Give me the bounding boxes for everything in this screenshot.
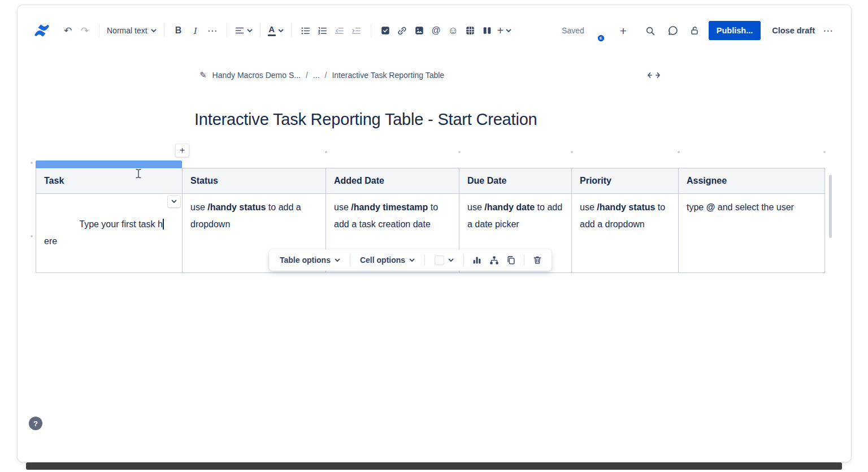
cell-options-chevron-button[interactable] bbox=[168, 196, 180, 207]
unlock-icon bbox=[689, 25, 700, 36]
breadcrumb: ✎ Handy Macros Demo S... / ... / Interac… bbox=[199, 70, 444, 80]
cell-color-dropdown[interactable] bbox=[429, 252, 459, 269]
cell-priority[interactable]: use /handy status to add a dropdown bbox=[572, 194, 679, 273]
cell-text-bold: @ bbox=[706, 202, 715, 212]
chevron-down-icon bbox=[448, 258, 454, 262]
bullet-list-button[interactable] bbox=[297, 21, 314, 40]
breadcrumb-page[interactable]: Interactive Task Reporting Table bbox=[332, 71, 444, 80]
outdent-button[interactable] bbox=[331, 21, 348, 40]
text-color-dropdown[interactable]: A bbox=[266, 21, 285, 40]
toolbar-separator bbox=[227, 24, 227, 37]
help-button[interactable]: ? bbox=[29, 417, 42, 430]
redo-button[interactable]: ↷ bbox=[76, 21, 93, 40]
outdent-icon bbox=[334, 25, 345, 36]
chart-button[interactable] bbox=[468, 252, 485, 268]
invite-collaborator-button[interactable]: + bbox=[615, 21, 632, 40]
header-label: Priority bbox=[580, 176, 611, 185]
bar-chart-icon bbox=[472, 255, 482, 265]
column-resize-dot bbox=[325, 151, 327, 153]
text-style-dropdown[interactable]: Normal text bbox=[105, 21, 158, 40]
header-cell-status[interactable]: Status bbox=[183, 168, 326, 194]
emoji-icon: ☺ bbox=[448, 25, 458, 36]
header-cell-due-date[interactable]: Due Date bbox=[459, 168, 572, 194]
header-cell-assignee[interactable]: Assignee bbox=[679, 168, 825, 194]
breadcrumb-ellipsis[interactable]: ... bbox=[313, 71, 320, 80]
cell-options-dropdown[interactable]: Cell options bbox=[355, 252, 420, 268]
breadcrumb-space[interactable]: Handy Macros Demo S... bbox=[212, 71, 301, 80]
more-formatting-button[interactable]: ⋯ bbox=[204, 21, 221, 40]
table-scrollbar[interactable] bbox=[829, 175, 832, 238]
save-status: Saved bbox=[562, 26, 584, 35]
undo-button[interactable]: ↶ bbox=[59, 21, 76, 40]
comments-button[interactable] bbox=[665, 21, 682, 40]
insert-dropdown[interactable]: + bbox=[496, 21, 514, 40]
column-resize-dot bbox=[571, 151, 573, 153]
table-options-dropdown[interactable]: Table options bbox=[275, 252, 345, 268]
add-column-button[interactable]: + bbox=[175, 144, 189, 157]
page-width-toggle-button[interactable] bbox=[646, 69, 662, 81]
row-resize-dot bbox=[31, 235, 33, 237]
chevron-down-icon bbox=[278, 29, 284, 33]
mention-button[interactable]: @ bbox=[428, 21, 445, 40]
header-label: Status bbox=[190, 176, 218, 185]
header-label: Due Date bbox=[467, 176, 506, 185]
bullet-list-icon bbox=[300, 25, 311, 36]
row-resize-dot bbox=[31, 162, 33, 164]
permissions-button[interactable] bbox=[686, 21, 703, 40]
task-text: ere bbox=[44, 236, 57, 246]
trash-icon bbox=[532, 255, 542, 265]
cell-text-bold: /handy timestamp bbox=[351, 202, 428, 212]
chevron-down-icon bbox=[151, 29, 157, 33]
publish-button[interactable]: Publish... bbox=[709, 21, 761, 40]
link-button[interactable] bbox=[394, 21, 411, 40]
more-icon: ⋯ bbox=[823, 26, 833, 36]
header-cell-priority[interactable]: Priority bbox=[572, 168, 679, 194]
table-header-row: Task Status Added Date Due Date Priority… bbox=[36, 168, 825, 194]
indent-button[interactable] bbox=[348, 21, 365, 40]
text-caret bbox=[163, 219, 164, 229]
editor-toolbar: ↶ ↷ Normal text B I ⋯ A bbox=[18, 16, 851, 45]
delete-table-button[interactable] bbox=[529, 252, 546, 268]
header-cell-task[interactable]: Task bbox=[36, 168, 183, 194]
cell-text: use bbox=[467, 202, 484, 212]
toolbar-separator bbox=[463, 254, 464, 266]
collaborator-avatar[interactable]: E bbox=[593, 20, 614, 41]
hierarchy-icon bbox=[489, 255, 500, 266]
confluence-logo[interactable] bbox=[33, 23, 50, 38]
layouts-button[interactable] bbox=[479, 21, 496, 40]
header-label: Assignee bbox=[687, 176, 727, 185]
copy-button[interactable] bbox=[502, 252, 519, 268]
text-align-dropdown[interactable] bbox=[233, 21, 254, 40]
search-button[interactable] bbox=[642, 21, 659, 40]
italic-icon: I bbox=[194, 26, 197, 36]
numbered-list-button[interactable] bbox=[314, 21, 331, 40]
italic-button[interactable]: I bbox=[187, 21, 204, 40]
table-options-label: Table options bbox=[280, 256, 331, 265]
header-cell-added-date[interactable]: Added Date bbox=[326, 168, 459, 194]
undo-icon: ↶ bbox=[64, 26, 72, 36]
cell-assignee[interactable]: type @ and select the user bbox=[679, 194, 825, 273]
toolbar-separator bbox=[524, 254, 524, 266]
cell-text-bold: /handy status bbox=[207, 202, 266, 212]
chevron-down-icon bbox=[335, 258, 340, 262]
column-resize-dot bbox=[678, 151, 680, 153]
toolbar-separator bbox=[371, 24, 371, 37]
column-resize-dot bbox=[823, 151, 826, 153]
image-button[interactable] bbox=[411, 21, 428, 40]
hierarchy-button[interactable] bbox=[485, 252, 502, 268]
cell-color-swatch bbox=[435, 256, 444, 265]
redo-icon: ↷ bbox=[81, 26, 89, 36]
page-title[interactable]: Interactive Task Reporting Table - Start… bbox=[194, 110, 537, 129]
bold-button[interactable]: B bbox=[170, 21, 187, 40]
column-selection-bar[interactable] bbox=[36, 161, 182, 168]
cell-task[interactable]: Type your first task here bbox=[36, 194, 183, 273]
more-actions-button[interactable]: ⋯ bbox=[819, 21, 836, 40]
search-icon bbox=[645, 25, 656, 36]
plus-icon: + bbox=[620, 25, 627, 37]
task-list-button[interactable] bbox=[377, 21, 394, 40]
plus-icon: + bbox=[497, 25, 504, 36]
close-draft-button[interactable]: Close draft bbox=[767, 21, 819, 40]
cell-text: use bbox=[334, 202, 351, 212]
table-button[interactable] bbox=[462, 21, 479, 40]
emoji-button[interactable]: ☺ bbox=[445, 21, 462, 40]
